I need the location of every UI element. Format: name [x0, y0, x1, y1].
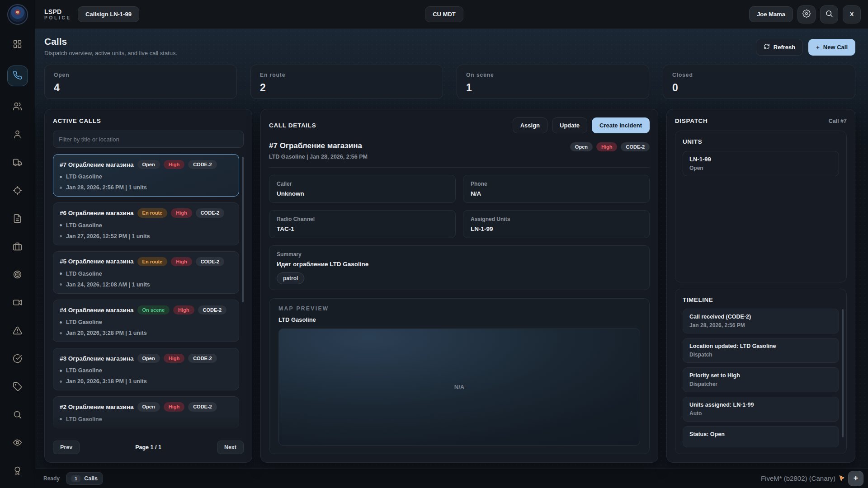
- call-card-7[interactable]: #7 Ограбление магазина Open High CODE-2 …: [53, 154, 239, 197]
- field-label: Phone: [471, 181, 642, 187]
- map-placeholder: N/A: [454, 384, 464, 390]
- tab-count-badge: 1: [71, 475, 80, 482]
- meta-dot: [60, 380, 62, 383]
- event-subtitle: Auto: [689, 410, 832, 417]
- user-button[interactable]: Joe Mama: [749, 6, 793, 22]
- crosshair-icon: [13, 186, 22, 197]
- unit-status: Open: [689, 165, 832, 171]
- page-header: Calls Dispatch overview, active units, a…: [44, 36, 855, 56]
- sidebar-item-tasks[interactable]: [7, 352, 28, 366]
- unit-item[interactable]: LN-1-99 Open: [683, 151, 839, 176]
- phone-icon: [13, 70, 22, 82]
- callsign-button[interactable]: Callsign LN-1-99: [78, 6, 139, 22]
- prev-page-button[interactable]: Prev: [53, 441, 80, 454]
- dispatch-title: DISPATCH: [675, 117, 708, 124]
- sidebar-item-evidence-media[interactable]: [7, 296, 28, 310]
- priority-badge: High: [171, 208, 192, 217]
- cu-mdt-badge[interactable]: CU MDT: [425, 6, 463, 22]
- field-value: N/A: [471, 190, 642, 197]
- sidebar-item-surveillance[interactable]: [7, 436, 28, 450]
- call-meta: Jan 28, 2026, 2:56 PM | 1 units: [66, 184, 147, 191]
- field-caller: Caller Unknown: [269, 175, 456, 203]
- call-fields: Caller Unknown Phone N/A Radio Channel T…: [269, 175, 650, 238]
- user-icon: [13, 130, 22, 141]
- calls-filter-input[interactable]: [53, 131, 244, 148]
- settings-button[interactable]: [797, 5, 816, 23]
- truck-icon: [13, 158, 22, 169]
- search-button[interactable]: [820, 5, 838, 23]
- sidebar-item-roster[interactable]: [7, 464, 28, 479]
- location-dot: [60, 224, 62, 226]
- field-label: Assigned Units: [471, 216, 642, 222]
- status-badge: On scene: [137, 305, 170, 314]
- units-title: UNITS: [683, 138, 839, 145]
- calls-pagination: Prev Page 1 / 1 Next: [53, 441, 244, 454]
- sidebar-item-search[interactable]: [7, 408, 28, 422]
- meta-dot: [60, 283, 62, 286]
- page-subtitle: Dispatch overview, active units, and liv…: [44, 50, 177, 56]
- sidebar-item-vehicles[interactable]: [7, 156, 28, 170]
- call-title: #5 Ограбление магазина: [60, 258, 134, 265]
- stat-label: Open: [54, 72, 227, 78]
- stat-card-enroute: En route 2: [250, 65, 443, 99]
- call-card-6[interactable]: #6 Ограбление магазина En route High COD…: [53, 202, 239, 245]
- sidebar-item-units[interactable]: [7, 100, 28, 114]
- status-badge: Open: [137, 402, 160, 411]
- dashboard-grid-icon: [13, 39, 22, 51]
- sidebar-item-dispatch-map[interactable]: [7, 184, 28, 198]
- sidebar-item-cases[interactable]: [7, 240, 28, 254]
- close-button[interactable]: X: [843, 5, 861, 23]
- priority-badge: High: [164, 402, 184, 411]
- calls-tab[interactable]: 1 Calls: [66, 472, 103, 485]
- status-badge: Open: [137, 354, 160, 363]
- refresh-button[interactable]: Refresh: [756, 39, 803, 56]
- timeline-event: Status: Open: [683, 426, 839, 447]
- stat-value: 4: [54, 82, 227, 94]
- active-calls-panel: ACTIVE CALLS #7 Ограбление магазина Open…: [44, 109, 252, 463]
- sidebar-item-bolos[interactable]: [7, 268, 28, 282]
- lspd-badge-logo: [7, 4, 28, 25]
- timeline-scrollbar[interactable]: [842, 309, 844, 437]
- code-badge: CODE-2: [188, 354, 217, 363]
- location-dot: [60, 321, 62, 324]
- sidebar-item-calls[interactable]: [7, 66, 28, 86]
- status-badge: Open: [570, 142, 593, 151]
- stat-value: 1: [466, 82, 640, 94]
- sidebar-item-citizens[interactable]: [7, 128, 28, 142]
- field-label: Radio Channel: [277, 216, 448, 222]
- call-card-4[interactable]: #4 Ограбление магазина On scene High COD…: [53, 300, 239, 342]
- map-preview-title: MAP PREVIEW: [278, 305, 640, 312]
- new-call-button[interactable]: +New Call: [808, 39, 855, 56]
- calls-scrollbar[interactable]: [242, 157, 244, 302]
- stat-value: 2: [260, 82, 434, 94]
- call-card-3[interactable]: #3 Ограбление магазина Open High CODE-2 …: [53, 348, 239, 390]
- map-location: LTD Gasoline: [278, 316, 640, 323]
- next-page-button[interactable]: Next: [217, 441, 244, 454]
- timeline-event: Location updated: LTD Gasoline Dispatch: [683, 338, 839, 363]
- tab-label: Calls: [84, 475, 98, 482]
- refresh-icon: [764, 43, 770, 51]
- code-badge: CODE-2: [621, 142, 650, 151]
- page-title: Calls: [44, 36, 177, 47]
- plus-icon: +: [816, 44, 820, 51]
- map-area: N/A: [278, 328, 640, 446]
- call-card-2[interactable]: #2 Ограбление магазина Open High CODE-2 …: [53, 396, 239, 428]
- event-subtitle: Jan 28, 2026, 2:56 PM: [689, 322, 832, 328]
- update-button[interactable]: Update: [552, 117, 587, 133]
- mdt-app: LSPD POLICE Callsign LN-1-99 CU MDT Joe …: [0, 0, 868, 488]
- create-incident-button[interactable]: Create Incident: [592, 117, 650, 133]
- new-tab-button[interactable]: +: [848, 471, 863, 486]
- tag-icon: [13, 382, 22, 393]
- call-detail-subheading: LTD Gasoline | Jan 28, 2026, 2:56 PM: [269, 154, 368, 160]
- sidebar-item-reports[interactable]: [7, 212, 28, 226]
- brand-subtitle: POLICE: [44, 15, 71, 21]
- sidebar-item-warrants[interactable]: [7, 324, 28, 338]
- stat-label: En route: [260, 72, 434, 78]
- sidebar-item-dashboard[interactable]: [7, 38, 28, 52]
- call-details-panel: CALL DETAILS Assign Update Create Incide…: [260, 109, 658, 463]
- assign-button[interactable]: Assign: [513, 117, 547, 133]
- search-icon: [13, 410, 22, 421]
- call-card-5[interactable]: #5 Ограбление магазина En route High COD…: [53, 251, 239, 294]
- sidebar-item-charges[interactable]: [7, 380, 28, 394]
- field-value: TAC-1: [277, 225, 448, 232]
